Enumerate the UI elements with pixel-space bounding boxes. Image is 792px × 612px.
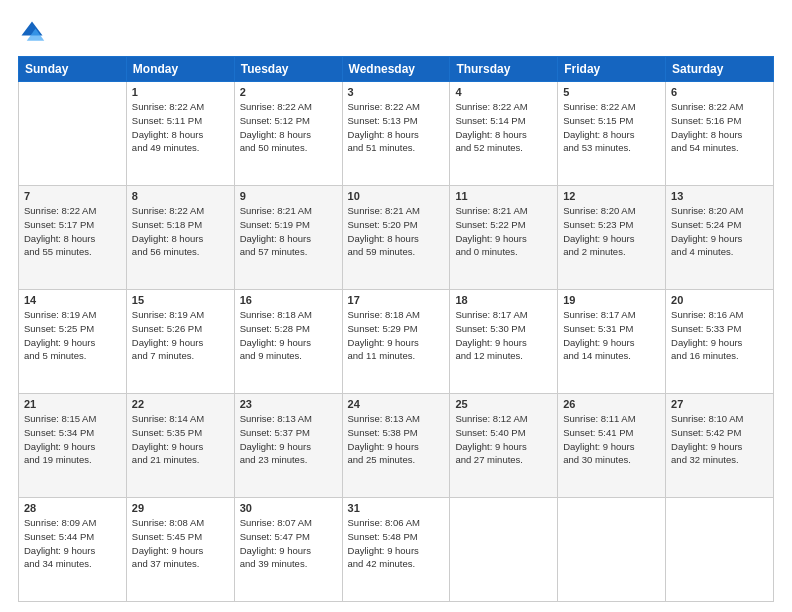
day-cell: 18Sunrise: 8:17 AM Sunset: 5:30 PM Dayli… — [450, 290, 558, 394]
day-number: 1 — [132, 86, 229, 98]
day-cell: 27Sunrise: 8:10 AM Sunset: 5:42 PM Dayli… — [666, 394, 774, 498]
day-cell: 6Sunrise: 8:22 AM Sunset: 5:16 PM Daylig… — [666, 82, 774, 186]
day-number: 4 — [455, 86, 552, 98]
day-cell: 12Sunrise: 8:20 AM Sunset: 5:23 PM Dayli… — [558, 186, 666, 290]
day-cell: 11Sunrise: 8:21 AM Sunset: 5:22 PM Dayli… — [450, 186, 558, 290]
calendar-table: SundayMondayTuesdayWednesdayThursdayFrid… — [18, 56, 774, 602]
day-number: 23 — [240, 398, 337, 410]
day-info: Sunrise: 8:10 AM Sunset: 5:42 PM Dayligh… — [671, 412, 768, 467]
day-cell: 9Sunrise: 8:21 AM Sunset: 5:19 PM Daylig… — [234, 186, 342, 290]
day-info: Sunrise: 8:13 AM Sunset: 5:38 PM Dayligh… — [348, 412, 445, 467]
day-number: 27 — [671, 398, 768, 410]
day-cell — [19, 82, 127, 186]
day-number: 17 — [348, 294, 445, 306]
day-number: 9 — [240, 190, 337, 202]
day-number: 14 — [24, 294, 121, 306]
day-info: Sunrise: 8:22 AM Sunset: 5:15 PM Dayligh… — [563, 100, 660, 155]
day-number: 11 — [455, 190, 552, 202]
day-number: 2 — [240, 86, 337, 98]
logo — [18, 18, 50, 46]
day-info: Sunrise: 8:22 AM Sunset: 5:16 PM Dayligh… — [671, 100, 768, 155]
day-info: Sunrise: 8:18 AM Sunset: 5:28 PM Dayligh… — [240, 308, 337, 363]
day-info: Sunrise: 8:22 AM Sunset: 5:14 PM Dayligh… — [455, 100, 552, 155]
day-info: Sunrise: 8:12 AM Sunset: 5:40 PM Dayligh… — [455, 412, 552, 467]
col-header-sunday: Sunday — [19, 57, 127, 82]
day-cell — [666, 498, 774, 602]
day-info: Sunrise: 8:22 AM Sunset: 5:13 PM Dayligh… — [348, 100, 445, 155]
col-header-monday: Monday — [126, 57, 234, 82]
week-row-2: 7Sunrise: 8:22 AM Sunset: 5:17 PM Daylig… — [19, 186, 774, 290]
day-info: Sunrise: 8:22 AM Sunset: 5:18 PM Dayligh… — [132, 204, 229, 259]
day-number: 5 — [563, 86, 660, 98]
day-number: 26 — [563, 398, 660, 410]
day-info: Sunrise: 8:06 AM Sunset: 5:48 PM Dayligh… — [348, 516, 445, 571]
day-info: Sunrise: 8:21 AM Sunset: 5:20 PM Dayligh… — [348, 204, 445, 259]
day-number: 7 — [24, 190, 121, 202]
day-cell — [450, 498, 558, 602]
col-header-thursday: Thursday — [450, 57, 558, 82]
day-info: Sunrise: 8:17 AM Sunset: 5:31 PM Dayligh… — [563, 308, 660, 363]
day-number: 24 — [348, 398, 445, 410]
col-header-saturday: Saturday — [666, 57, 774, 82]
day-cell — [558, 498, 666, 602]
day-number: 29 — [132, 502, 229, 514]
day-info: Sunrise: 8:20 AM Sunset: 5:24 PM Dayligh… — [671, 204, 768, 259]
day-number: 18 — [455, 294, 552, 306]
col-header-friday: Friday — [558, 57, 666, 82]
day-cell: 5Sunrise: 8:22 AM Sunset: 5:15 PM Daylig… — [558, 82, 666, 186]
day-info: Sunrise: 8:13 AM Sunset: 5:37 PM Dayligh… — [240, 412, 337, 467]
day-cell: 7Sunrise: 8:22 AM Sunset: 5:17 PM Daylig… — [19, 186, 127, 290]
day-number: 8 — [132, 190, 229, 202]
day-cell: 3Sunrise: 8:22 AM Sunset: 5:13 PM Daylig… — [342, 82, 450, 186]
day-info: Sunrise: 8:19 AM Sunset: 5:25 PM Dayligh… — [24, 308, 121, 363]
day-info: Sunrise: 8:17 AM Sunset: 5:30 PM Dayligh… — [455, 308, 552, 363]
day-info: Sunrise: 8:11 AM Sunset: 5:41 PM Dayligh… — [563, 412, 660, 467]
day-cell: 20Sunrise: 8:16 AM Sunset: 5:33 PM Dayli… — [666, 290, 774, 394]
day-cell: 19Sunrise: 8:17 AM Sunset: 5:31 PM Dayli… — [558, 290, 666, 394]
day-number: 28 — [24, 502, 121, 514]
day-cell: 30Sunrise: 8:07 AM Sunset: 5:47 PM Dayli… — [234, 498, 342, 602]
week-row-4: 21Sunrise: 8:15 AM Sunset: 5:34 PM Dayli… — [19, 394, 774, 498]
day-cell: 24Sunrise: 8:13 AM Sunset: 5:38 PM Dayli… — [342, 394, 450, 498]
day-cell: 4Sunrise: 8:22 AM Sunset: 5:14 PM Daylig… — [450, 82, 558, 186]
day-info: Sunrise: 8:14 AM Sunset: 5:35 PM Dayligh… — [132, 412, 229, 467]
day-cell: 28Sunrise: 8:09 AM Sunset: 5:44 PM Dayli… — [19, 498, 127, 602]
day-number: 20 — [671, 294, 768, 306]
day-number: 22 — [132, 398, 229, 410]
day-info: Sunrise: 8:21 AM Sunset: 5:22 PM Dayligh… — [455, 204, 552, 259]
day-info: Sunrise: 8:22 AM Sunset: 5:12 PM Dayligh… — [240, 100, 337, 155]
day-number: 19 — [563, 294, 660, 306]
day-number: 10 — [348, 190, 445, 202]
day-info: Sunrise: 8:09 AM Sunset: 5:44 PM Dayligh… — [24, 516, 121, 571]
day-cell: 22Sunrise: 8:14 AM Sunset: 5:35 PM Dayli… — [126, 394, 234, 498]
day-info: Sunrise: 8:08 AM Sunset: 5:45 PM Dayligh… — [132, 516, 229, 571]
day-cell: 29Sunrise: 8:08 AM Sunset: 5:45 PM Dayli… — [126, 498, 234, 602]
day-cell: 25Sunrise: 8:12 AM Sunset: 5:40 PM Dayli… — [450, 394, 558, 498]
day-number: 16 — [240, 294, 337, 306]
day-cell: 1Sunrise: 8:22 AM Sunset: 5:11 PM Daylig… — [126, 82, 234, 186]
day-cell: 8Sunrise: 8:22 AM Sunset: 5:18 PM Daylig… — [126, 186, 234, 290]
day-info: Sunrise: 8:21 AM Sunset: 5:19 PM Dayligh… — [240, 204, 337, 259]
logo-icon — [18, 18, 46, 46]
day-cell: 21Sunrise: 8:15 AM Sunset: 5:34 PM Dayli… — [19, 394, 127, 498]
day-number: 13 — [671, 190, 768, 202]
day-number: 15 — [132, 294, 229, 306]
day-cell: 17Sunrise: 8:18 AM Sunset: 5:29 PM Dayli… — [342, 290, 450, 394]
day-cell: 23Sunrise: 8:13 AM Sunset: 5:37 PM Dayli… — [234, 394, 342, 498]
day-cell: 15Sunrise: 8:19 AM Sunset: 5:26 PM Dayli… — [126, 290, 234, 394]
day-number: 21 — [24, 398, 121, 410]
day-info: Sunrise: 8:18 AM Sunset: 5:29 PM Dayligh… — [348, 308, 445, 363]
day-cell: 2Sunrise: 8:22 AM Sunset: 5:12 PM Daylig… — [234, 82, 342, 186]
day-info: Sunrise: 8:22 AM Sunset: 5:11 PM Dayligh… — [132, 100, 229, 155]
day-cell: 13Sunrise: 8:20 AM Sunset: 5:24 PM Dayli… — [666, 186, 774, 290]
week-row-5: 28Sunrise: 8:09 AM Sunset: 5:44 PM Dayli… — [19, 498, 774, 602]
day-cell: 31Sunrise: 8:06 AM Sunset: 5:48 PM Dayli… — [342, 498, 450, 602]
day-number: 12 — [563, 190, 660, 202]
day-info: Sunrise: 8:20 AM Sunset: 5:23 PM Dayligh… — [563, 204, 660, 259]
day-number: 25 — [455, 398, 552, 410]
calendar-header-row: SundayMondayTuesdayWednesdayThursdayFrid… — [19, 57, 774, 82]
day-cell: 10Sunrise: 8:21 AM Sunset: 5:20 PM Dayli… — [342, 186, 450, 290]
col-header-tuesday: Tuesday — [234, 57, 342, 82]
day-number: 31 — [348, 502, 445, 514]
day-number: 6 — [671, 86, 768, 98]
